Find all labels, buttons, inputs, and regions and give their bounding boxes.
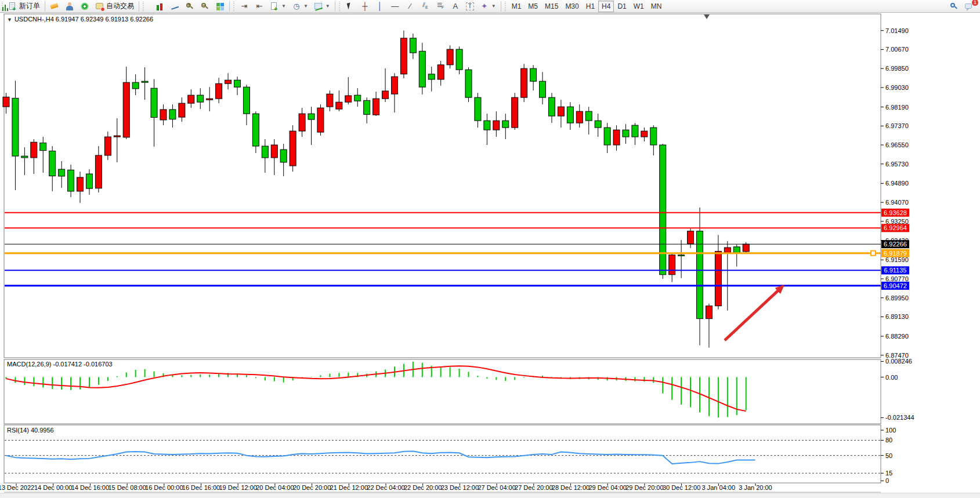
time-axis-label: 22 Dec 20:00 [404,484,442,491]
candle-body [243,87,249,114]
candle-body [373,99,379,115]
person-icon [65,2,74,11]
macd-pane[interactable] [4,359,881,424]
toolbar-separator [139,1,139,12]
symbol-title[interactable]: ▼USDCNH-,H4 6.91947 6.92349 6.91913 6.92… [7,16,153,23]
time-axis-label: 19 Dec 12:00 [219,484,256,491]
rsi-axis-label: 80 [885,437,892,444]
timeframe-w1[interactable]: W1 [630,1,648,12]
candle-body [706,306,712,319]
rsi-pane[interactable] [4,425,881,483]
candle-body [123,82,129,137]
toolbar-separator [335,1,335,12]
timeframe-h1[interactable]: H1 [583,1,598,12]
hline-tool-button[interactable]: — [388,1,403,12]
candle-body [382,91,389,99]
line-drag-handle[interactable] [871,251,876,256]
timeframe-m30[interactable]: M30 [562,1,582,12]
candle-body [678,255,685,256]
timeframe-d1[interactable]: D1 [614,1,630,12]
chevron-down-icon: ▼ [303,3,308,9]
arrows-tool-dropdown[interactable]: ✦ ▼ [477,1,499,12]
auto-trading-button[interactable]: 自动交易 [92,1,137,12]
candle-body [447,49,453,65]
timeframe-m1[interactable]: M1 [508,1,525,12]
trendline-icon: ∕ [406,2,415,11]
chart-canvas[interactable]: 7.014907.006706.998506.990306.981906.973… [0,0,980,498]
chat-button[interactable]: 1 [961,1,977,12]
signals-button[interactable] [77,1,92,12]
chat-notification-badge: 1 [972,0,978,6]
fibonacci-icon: ☰F [436,1,445,12]
candle-body [521,68,527,97]
search-button[interactable] [946,1,961,12]
time-axis-label: 28 Dec 12:00 [552,484,590,491]
candle-body [77,177,84,191]
timeframe-mn[interactable]: MN [648,1,666,12]
zoom-out-button[interactable]: − [197,1,212,12]
candle-body [391,77,397,94]
candle-body [3,97,9,107]
toolbar-grip[interactable] [338,2,341,11]
candle-body [669,255,675,275]
bar-chart-button[interactable] [146,1,152,12]
toolbar-grip[interactable] [142,2,145,11]
candle-body [548,97,555,116]
price-axis-label: 6.96550 [885,141,909,148]
candlestick-chart-icon [155,2,164,11]
charts-profile-button[interactable]: ⇥ [237,1,252,12]
new-chart-dropdown[interactable]: + ▼ [267,1,289,12]
toolbar-grip[interactable] [233,2,236,11]
candle-body [104,137,111,155]
publisher-button[interactable] [62,1,77,12]
price-axis-label: 6.95730 [885,161,909,168]
vline-tool-button[interactable]: │ [373,1,388,12]
vertical-line-icon: │ [375,2,385,11]
line-chart-button[interactable] [167,1,182,12]
timeframe-m5[interactable]: M5 [525,1,541,12]
candle-body [280,150,287,162]
time-axis-label: 16 Dec 00:00 [145,484,183,491]
price-badge-label: 6.90472 [884,282,907,289]
candle-body [59,169,65,176]
candle-body [197,95,204,102]
price-badge-label: 6.91135 [884,267,907,274]
zoom-in-button[interactable]: + [182,1,197,12]
chevron-down-icon: ▼ [326,3,330,9]
timeframe-h4[interactable]: H4 [598,1,614,12]
crosshair-tool-button[interactable]: ┼ [357,1,373,12]
fibonacci-tool-button[interactable]: ☰F [433,1,448,12]
candlestick-chart-button[interactable] [152,1,167,12]
tile-windows-button[interactable] [212,1,227,12]
price-axis-label: 6.93250 [885,218,909,225]
candle-body [512,97,518,128]
time-axis-label: 23 Dec 12:00 [441,484,479,491]
candle-body [142,81,148,82]
trendline-tool-button[interactable]: ∕ [403,1,418,12]
candle-body [632,125,638,137]
charts-profile-prev-button[interactable]: ⇤ [252,1,267,12]
symbol-dropdown-icon[interactable]: ▼ [7,17,12,23]
new-order-button[interactable]: + 新订单 [5,1,43,12]
time-axis-label: 14 Dec 00:00 [34,484,72,491]
cursor-tool-button[interactable] [342,1,357,12]
auto-trading-icon [95,2,104,11]
styler-button[interactable] [47,1,62,12]
label-tool-button[interactable]: T [463,1,477,12]
timeframe-m15[interactable]: M15 [541,1,562,12]
crosshair-icon: ┼ [360,2,370,11]
profile-prev-icon: ⇤ [255,2,264,11]
auto-trading-label: 自动交易 [106,1,134,11]
clock-icon: ◷ [292,2,301,11]
text-tool-button[interactable]: A [448,1,463,12]
period-dropdown[interactable]: ◷ ▼ [289,1,311,12]
time-axis-label: 20 Dec 20:00 [293,484,331,491]
candle-body [437,65,444,79]
candle-body [715,251,721,306]
channel-tool-button[interactable]: ⫽E [418,1,433,12]
candle-body [355,95,361,101]
price-axis-label: 6.89130 [885,313,909,320]
toolbar-grip[interactable] [504,2,507,11]
indicators-dropdown[interactable]: ▼ [311,1,333,12]
candle-body [262,146,268,158]
